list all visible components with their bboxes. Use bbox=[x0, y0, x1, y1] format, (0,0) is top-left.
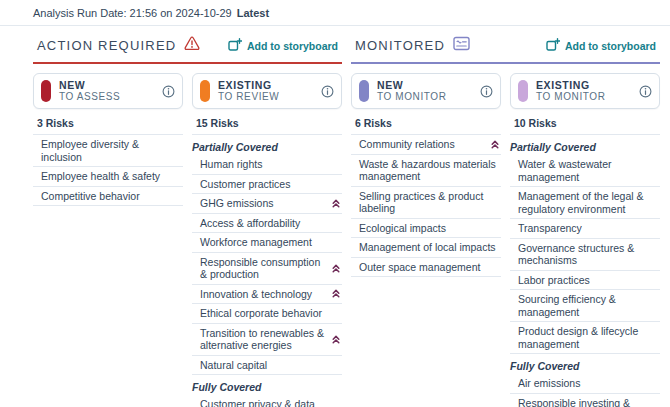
risk-item[interactable]: Labor practices bbox=[510, 271, 660, 291]
category-title: EXISTINGTO MONITOR bbox=[536, 79, 631, 103]
risk-item[interactable]: GHG emissions bbox=[192, 194, 342, 214]
risk-dashboard: Analysis Run Date: 21:56 on 2024-10-29 L… bbox=[0, 0, 670, 407]
risk-count: 6 Risks bbox=[351, 111, 501, 135]
risk-item[interactable]: Workforce management bbox=[192, 233, 342, 253]
risk-item-label: Employee health & safety bbox=[41, 170, 181, 183]
risk-item-label: Transparency bbox=[518, 222, 658, 235]
risk-item-label: Governance structures & mechanisms bbox=[518, 242, 658, 267]
risk-item-label: Customer privacy & data security bbox=[200, 398, 340, 407]
risk-column-existing-to-review: EXISTINGTO REVIEW15 RisksPartially Cover… bbox=[192, 73, 342, 407]
risk-item-label: Air emissions bbox=[518, 377, 658, 390]
section-action-required: ACTION REQUIRED bbox=[33, 34, 342, 407]
coverage-heading: Fully Covered bbox=[510, 354, 660, 374]
risk-category-card: EXISTINGTO REVIEW bbox=[192, 73, 342, 109]
risk-column-new-to-monitor: NEWTO MONITOR6 RisksCommunity relationsW… bbox=[351, 73, 501, 407]
risk-item-label: Natural capital bbox=[200, 359, 340, 372]
risk-item[interactable]: Ethical corporate behavior bbox=[192, 304, 342, 324]
category-pill bbox=[200, 80, 210, 102]
risk-item-label: Management of local impacts bbox=[359, 241, 499, 254]
risk-item[interactable]: Competitive behavior bbox=[33, 187, 183, 207]
category-line2: TO MONITOR bbox=[536, 91, 631, 103]
risk-item[interactable]: Outer space management bbox=[351, 258, 501, 278]
risk-item-label: Community relations bbox=[359, 138, 487, 151]
coverage-heading: Partially Covered bbox=[510, 135, 660, 155]
risk-item-label: Transition to renewables & alternative e… bbox=[200, 327, 328, 352]
risk-item[interactable]: Community relations bbox=[351, 135, 501, 155]
add-to-storyboard-button[interactable]: Add to storyboard bbox=[226, 38, 340, 53]
risk-item-label: Outer space management bbox=[359, 261, 499, 274]
category-title: NEWTO MONITOR bbox=[377, 79, 472, 103]
risk-item[interactable]: Waste & hazardous materials management bbox=[351, 155, 501, 187]
category-line1: EXISTING bbox=[536, 79, 631, 91]
category-line2: TO ASSESS bbox=[59, 91, 154, 103]
risk-column-new-to-assess: NEWTO ASSESS3 RisksEmployee diversity & … bbox=[33, 73, 183, 407]
risk-item[interactable]: Management of the legal & regulatory env… bbox=[510, 187, 660, 219]
risk-item[interactable]: Sourcing efficiency & management bbox=[510, 290, 660, 322]
info-icon[interactable] bbox=[480, 85, 493, 98]
section-monitored: MONITORED bbox=[351, 34, 660, 407]
risk-item-label: Access & affordability bbox=[200, 217, 340, 230]
risk-item-label: Competitive behavior bbox=[41, 190, 181, 203]
risk-item-label: Management of the legal & regulatory env… bbox=[518, 190, 658, 215]
add-to-storyboard-label: Add to storyboard bbox=[247, 40, 338, 52]
section-header: ACTION REQUIRED bbox=[33, 34, 342, 64]
risk-item[interactable]: Employee diversity & inclusion bbox=[33, 135, 183, 167]
category-pill bbox=[359, 80, 369, 102]
risk-item[interactable]: Customer practices bbox=[192, 175, 342, 195]
add-to-storyboard-icon bbox=[546, 38, 560, 53]
risk-item[interactable]: Air emissions bbox=[510, 374, 660, 394]
risk-item-label: Water & wastewater management bbox=[518, 158, 658, 183]
risk-item-label: Product design & lifecycle management bbox=[518, 325, 658, 350]
risk-item[interactable]: Human rights bbox=[192, 155, 342, 175]
risk-item[interactable]: Selling practices & product labeling bbox=[351, 187, 501, 219]
warning-triangle-icon bbox=[184, 36, 200, 55]
analysis-run-bar: Analysis Run Date: 21:56 on 2024-10-29 L… bbox=[0, 0, 670, 26]
category-pill bbox=[41, 80, 51, 102]
risk-item[interactable]: Responsible investing & financing bbox=[510, 394, 660, 407]
risk-item[interactable]: Employee health & safety bbox=[33, 167, 183, 187]
monitor-board-icon bbox=[453, 36, 470, 55]
risk-item-label: Labor practices bbox=[518, 274, 658, 287]
risk-item[interactable]: Transition to renewables & alternative e… bbox=[192, 324, 342, 356]
category-line1: EXISTING bbox=[218, 79, 313, 91]
risk-item-label: Ecological impacts bbox=[359, 222, 499, 235]
risk-count: 15 Risks bbox=[192, 111, 342, 135]
risk-item[interactable]: Access & affordability bbox=[192, 214, 342, 234]
trend-up-icon bbox=[491, 140, 499, 149]
risk-item-label: Human rights bbox=[200, 158, 340, 171]
section-header: MONITORED bbox=[351, 34, 660, 64]
category-line1: NEW bbox=[59, 79, 154, 91]
info-icon[interactable] bbox=[639, 85, 652, 98]
risk-item-label: Waste & hazardous materials management bbox=[359, 158, 499, 183]
risk-item-label: Customer practices bbox=[200, 178, 340, 191]
risk-item-label: Employee diversity & inclusion bbox=[41, 138, 181, 163]
risk-item-label: Workforce management bbox=[200, 236, 340, 249]
coverage-heading: Fully Covered bbox=[192, 375, 342, 395]
risk-item[interactable]: Governance structures & mechanisms bbox=[510, 239, 660, 271]
risk-item-label: Responsible consumption & production bbox=[200, 256, 328, 281]
category-line2: TO REVIEW bbox=[218, 91, 313, 103]
info-icon[interactable] bbox=[321, 85, 334, 98]
trend-up-icon bbox=[332, 199, 340, 208]
risk-item[interactable]: Water & wastewater management bbox=[510, 155, 660, 187]
risk-item-label: Innovation & technology bbox=[200, 288, 328, 301]
add-to-storyboard-icon bbox=[228, 38, 242, 53]
risk-item[interactable]: Management of local impacts bbox=[351, 238, 501, 258]
risk-item[interactable]: Natural capital bbox=[192, 356, 342, 376]
risk-category-card: NEWTO ASSESS bbox=[33, 73, 183, 109]
risk-item[interactable]: Customer privacy & data security bbox=[192, 395, 342, 407]
monitored-columns: NEWTO MONITOR6 RisksCommunity relationsW… bbox=[351, 73, 660, 407]
risk-item[interactable]: Responsible consumption & production bbox=[192, 253, 342, 285]
risk-item[interactable]: Product design & lifecycle management bbox=[510, 322, 660, 354]
risk-item[interactable]: Innovation & technology bbox=[192, 285, 342, 305]
risk-item-label: Selling practices & product labeling bbox=[359, 190, 499, 215]
add-to-storyboard-button[interactable]: Add to storyboard bbox=[544, 38, 658, 53]
risk-item-label: Responsible investing & financing bbox=[518, 397, 658, 407]
risk-item[interactable]: Ecological impacts bbox=[351, 219, 501, 239]
risk-item-label: Ethical corporate behavior bbox=[200, 307, 340, 320]
info-icon[interactable] bbox=[162, 85, 175, 98]
risk-category-card: EXISTINGTO MONITOR bbox=[510, 73, 660, 109]
category-line1: NEW bbox=[377, 79, 472, 91]
risk-item[interactable]: Transparency bbox=[510, 219, 660, 239]
category-title: EXISTINGTO REVIEW bbox=[218, 79, 313, 103]
